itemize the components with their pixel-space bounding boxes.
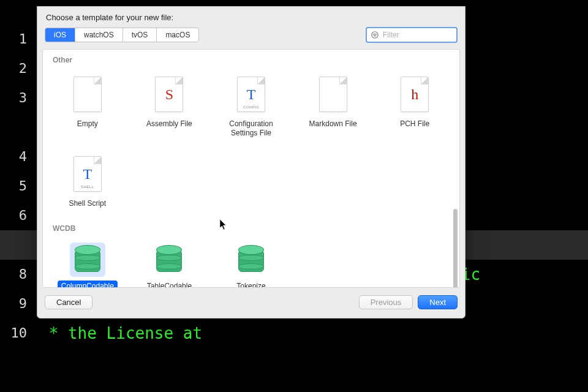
platform-tab-watchos[interactable]: watchOS — [75, 28, 123, 42]
database-icon — [70, 243, 105, 277]
filter-icon — [371, 31, 379, 39]
template-label: Assembly File — [143, 118, 196, 130]
code-line: * the License at — [39, 318, 588, 348]
line-number: 9 — [0, 289, 33, 318]
next-button[interactable]: Next — [418, 295, 458, 309]
file-icon: TSHELL — [71, 154, 104, 194]
mouse-cursor-icon — [220, 219, 227, 230]
template-item-pch-file[interactable]: hPCH File — [374, 70, 456, 143]
platform-segmented-control[interactable]: iOSwatchOStvOSmacOS — [45, 28, 199, 42]
template-item-tokenize[interactable]: Tokenize — [210, 239, 292, 287]
new-file-template-sheet: Choose a template for your new file: iOS… — [37, 6, 466, 318]
platform-tab-macos[interactable]: macOS — [157, 28, 198, 42]
platform-tab-ios[interactable]: iOS — [45, 28, 75, 42]
template-item-configuration-settings-file[interactable]: TCONFIGConfiguration Settings File — [210, 70, 292, 143]
line-number: 2 — [0, 54, 33, 83]
template-label: Tokenize — [233, 281, 269, 287]
file-icon: h — [398, 74, 431, 115]
template-item-assembly-file[interactable]: SAssembly File — [129, 70, 211, 143]
template-item-empty[interactable]: Empty — [47, 70, 129, 143]
line-number: 10 — [0, 318, 33, 348]
template-item-tablecodable[interactable]: TableCodable — [129, 239, 211, 287]
filter-input[interactable] — [366, 27, 458, 43]
template-list: Other EmptySAssembly FileTCONFIGConfigur… — [42, 49, 460, 288]
template-label: Empty — [74, 118, 102, 130]
line-number: 4 — [0, 142, 33, 172]
section-header-other: Other — [43, 50, 459, 68]
line-number: 1 — [0, 24, 33, 54]
line-number: 6 — [0, 201, 33, 230]
template-label: PCH File — [396, 118, 433, 130]
template-item-markdown-file[interactable]: Markdown File — [292, 70, 374, 143]
template-item-columncodable[interactable]: ColumnCodable — [47, 239, 129, 287]
file-icon: S — [153, 74, 186, 115]
sheet-title: Choose a template for your new file: — [37, 7, 465, 27]
template-label: Configuration Settings File — [214, 118, 288, 139]
file-icon: TCONFIG — [235, 74, 268, 115]
file-icon — [317, 74, 350, 115]
template-label: ColumnCodable — [58, 281, 118, 287]
database-icon — [233, 243, 269, 277]
template-label: TableCodable — [143, 281, 195, 287]
template-item-shell-script[interactable]: TSHELLShell Script — [47, 150, 129, 213]
line-number: 3 — [0, 83, 33, 142]
template-label: Shell Script — [65, 198, 110, 209]
cancel-button[interactable]: Cancel — [45, 295, 92, 309]
section-header-wcdb: WCDB — [43, 218, 459, 236]
line-number: 5 — [0, 172, 33, 201]
scrollbar[interactable] — [453, 209, 458, 288]
file-icon — [71, 74, 104, 115]
previous-button[interactable]: Previous — [359, 295, 413, 309]
database-icon — [151, 243, 187, 277]
platform-tab-tvos[interactable]: tvOS — [123, 28, 157, 42]
template-label: Markdown File — [306, 118, 361, 130]
line-number: 8 — [0, 260, 33, 289]
